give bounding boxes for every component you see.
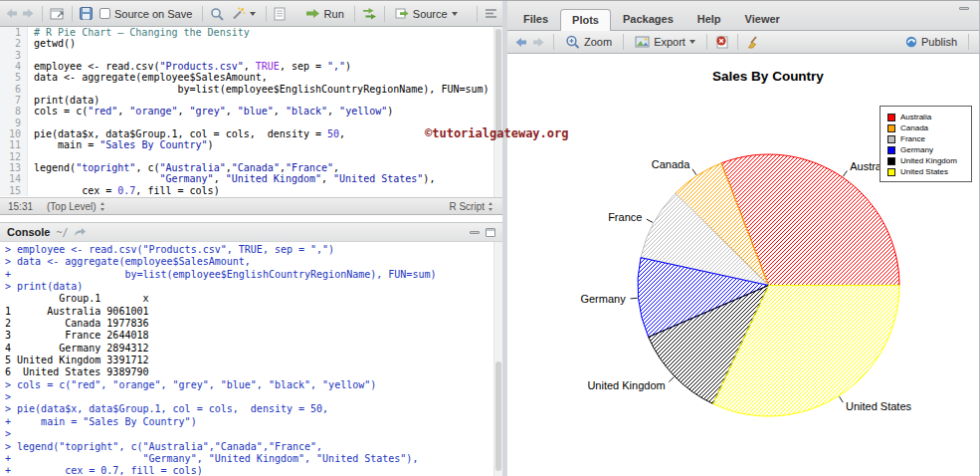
code-token: employee <- read.csv( (34, 61, 159, 72)
run-button[interactable]: Run (302, 6, 347, 22)
save-icon[interactable] (80, 7, 93, 20)
tab-viewer[interactable]: Viewer (733, 8, 792, 30)
source-editor-toolbar: Source on Save Run Source (0, 1, 502, 27)
code-token: main = (34, 139, 99, 150)
legend-swatch (887, 124, 895, 132)
file-type-selector[interactable]: R Script (449, 201, 494, 212)
code-token: , (333, 162, 339, 173)
source-on-save-label: Source on Save (114, 8, 192, 20)
toolbar-separator (623, 34, 624, 50)
publish-label: Publish (921, 36, 957, 48)
legend-entry: United States (887, 166, 967, 177)
source-on-save-checkbox[interactable] (99, 8, 110, 19)
tab-help[interactable]: Help (686, 8, 733, 30)
next-plot-icon[interactable] (532, 37, 545, 48)
find-replace-icon[interactable] (210, 7, 224, 21)
line-number: 13 (0, 162, 28, 173)
code-line: 2getwd() (0, 38, 502, 49)
slice-label: Canada (652, 158, 690, 170)
tab-files[interactable]: Files (511, 8, 560, 30)
document-outline-icon[interactable] (485, 8, 497, 19)
code-token: "Products.csv" (159, 61, 243, 72)
goto-directory-icon[interactable] (74, 227, 87, 237)
console-line: 2 Canada 1977836 (5, 318, 502, 330)
publish-button[interactable]: Publish (902, 34, 960, 50)
export-button[interactable]: Export (632, 34, 698, 50)
open-in-window-icon[interactable] (50, 7, 65, 20)
watermark: ©tutorialgateway.org (425, 126, 569, 140)
forward-icon[interactable] (22, 8, 35, 19)
console-pane: Console ~/ > employee <- read.csv("Produ… (0, 222, 502, 476)
code-token: , (274, 106, 286, 117)
legend-swatch (887, 114, 895, 121)
rstudio-window: Source on Save Run Source (0, 0, 980, 476)
code-token: ) (345, 61, 351, 72)
line-number: 4 (0, 61, 28, 72)
tabs: FilesPlotsPackagesHelpViewer (511, 3, 792, 30)
slice-label: Germany (580, 293, 626, 305)
source-icon (395, 8, 409, 19)
slice-label: United States (846, 400, 912, 412)
slice-tick (647, 219, 653, 222)
tab-plots[interactable]: Plots (560, 9, 611, 31)
code-token: , (214, 173, 226, 184)
editor-scrollbar-thumb[interactable] (495, 29, 501, 138)
code-tools-button[interactable] (228, 5, 259, 23)
console-line: + main = "Sales By Country") (5, 416, 502, 428)
zoom-button[interactable]: Zoom (562, 33, 615, 51)
code-token: , fill = cols) (135, 185, 219, 196)
console-line: > pie(data$x, data$Group.1, col = cols, … (5, 403, 502, 415)
source-editor[interactable]: 1# R Pie Chart – Changing the Density2ge… (0, 27, 502, 197)
legend-entry: United Kingdom (887, 155, 967, 166)
line-number: 9 (0, 118, 28, 128)
minimize-icon[interactable] (959, 7, 969, 10)
code-token: "," (327, 61, 345, 72)
console-line: 4 Germany 2894312 (5, 343, 502, 355)
console-scrollbar[interactable] (493, 242, 502, 476)
console-line: > cols = c("red", "orange", "grey", "blu… (5, 379, 502, 391)
plots-pane: FilesPlotsPackagesHelpViewer Zoom Export (507, 1, 980, 476)
maximize-icon[interactable] (486, 228, 495, 237)
console-line: Group.1 x (5, 293, 502, 305)
console-lines: > employee <- read.csv("Products.csv", T… (5, 244, 502, 476)
dropdown-caret-icon (689, 40, 695, 44)
source-label: Source (413, 8, 448, 20)
console-line: 6 United States 9389790 (5, 366, 502, 378)
plots-toolbar: Zoom Export Publish (507, 31, 979, 54)
editor-scrollbar[interactable] (493, 27, 502, 197)
legend-swatch (887, 157, 895, 165)
rerun-icon[interactable] (362, 7, 377, 20)
code-token: "orange" (129, 106, 177, 117)
code-token: legend( (34, 162, 76, 173)
scope-selector[interactable]: (Top Level) (47, 201, 105, 212)
code-line: 6 by=list(employee$EnglishCountryRegionN… (0, 84, 502, 95)
editor-status-bar: 15:31 (Top Level) R Script (0, 197, 502, 215)
previous-plot-icon[interactable] (514, 37, 527, 48)
compile-report-icon[interactable] (274, 7, 286, 21)
console-scrollbar-thumb[interactable] (495, 361, 501, 471)
code-line: 12 (0, 151, 502, 162)
remove-plot-icon[interactable] (715, 35, 729, 49)
line-number: 14 (0, 173, 28, 184)
line-number: 5 (0, 72, 28, 83)
code-token: cex = (34, 185, 117, 196)
code-token: "Sales By Country" (99, 139, 207, 150)
code-line: 15 cex = 0.7, fill = cols) (0, 185, 502, 196)
console-output[interactable]: > employee <- read.csv("Products.csv", T… (0, 242, 502, 476)
source-on-save-toggle[interactable]: Source on Save (97, 6, 195, 22)
source-button[interactable]: Source (392, 6, 461, 22)
code-token: "yellow" (339, 106, 387, 117)
code-token: "Germany" (159, 173, 213, 184)
code-line: 14 "Germany", "United Kingdom", "United … (0, 173, 502, 184)
console-line: > employee <- read.csv("Products.csv", T… (5, 244, 502, 256)
code-token: , (339, 128, 345, 139)
clear-plots-broom-icon[interactable] (746, 36, 761, 49)
code-token: "France" (286, 162, 333, 173)
line-number: 7 (0, 95, 28, 106)
legend-label: United Kingdom (900, 156, 957, 165)
minimize-icon[interactable] (470, 231, 480, 234)
publish-icon (905, 36, 917, 48)
back-icon[interactable] (5, 8, 18, 19)
tab-packages[interactable]: Packages (611, 8, 686, 30)
code-token: "black" (286, 106, 327, 117)
